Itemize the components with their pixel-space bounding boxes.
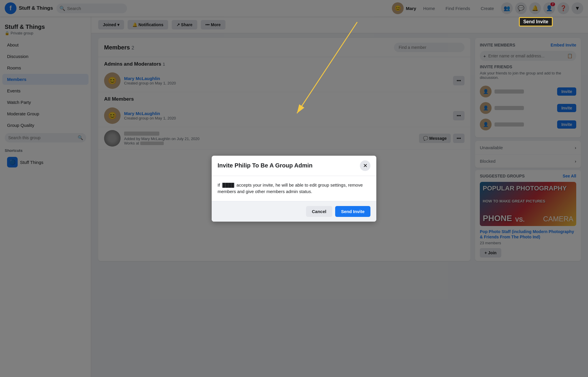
modal-footer: Cancel Send Invite bbox=[212, 201, 376, 222]
modal-title: Invite Philip To Be A Group Admin bbox=[218, 162, 313, 169]
cancel-button[interactable]: Cancel bbox=[306, 206, 332, 217]
modal-body-text: If ████ accepts your invite, he will be … bbox=[218, 182, 363, 194]
modal-overlay: Invite Philip To Be A Group Admin ✕ If █… bbox=[0, 0, 588, 377]
send-invite-button[interactable]: Send Invite bbox=[335, 206, 370, 217]
blurred-name-inline: ████ bbox=[221, 183, 235, 187]
modal-close-button[interactable]: ✕ bbox=[360, 160, 370, 171]
invite-admin-modal: Invite Philip To Be A Group Admin ✕ If █… bbox=[212, 156, 376, 222]
modal-header: Invite Philip To Be A Group Admin ✕ bbox=[212, 156, 376, 176]
modal-body: If ████ accepts your invite, he will be … bbox=[212, 176, 376, 201]
